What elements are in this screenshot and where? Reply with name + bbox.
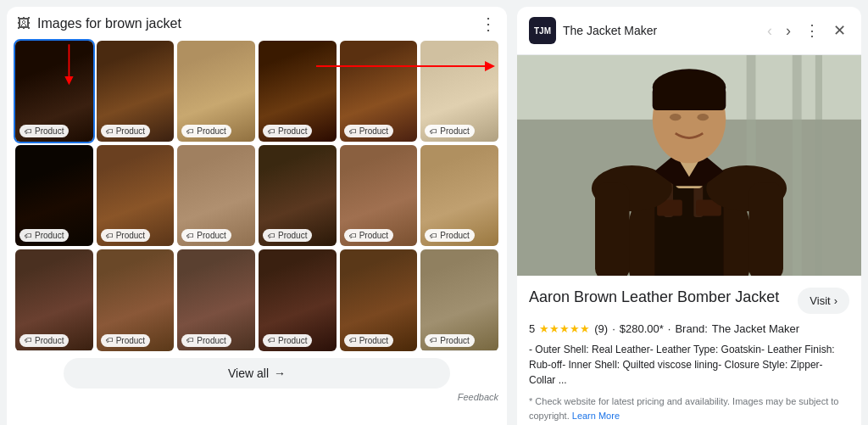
close-button[interactable]: ✕ xyxy=(830,18,849,43)
product-badge-2: 🏷Product xyxy=(101,125,150,137)
price: $280.00* xyxy=(620,322,664,335)
image-search-icon: 🖼 xyxy=(17,16,31,31)
more-options-icon[interactable]: ⋮ xyxy=(480,15,497,32)
feedback-text[interactable]: Feedback xyxy=(15,392,498,402)
product-badge-3: 🏷Product xyxy=(181,125,231,137)
image-cell-10[interactable]: 🏷Product xyxy=(259,145,337,246)
image-grid: 🏷Product🏷Product🏷Product🏷Product🏷Product… xyxy=(15,41,498,351)
image-cell-14[interactable]: 🏷Product xyxy=(97,249,175,350)
tag-icon: 🏷 xyxy=(268,336,275,344)
site-avatar: TJM xyxy=(529,17,556,44)
product-badge-14: 🏷Product xyxy=(101,334,150,347)
image-cell-3[interactable]: 🏷Product xyxy=(177,41,255,142)
product-badge-16: 🏷Product xyxy=(263,334,312,347)
product-badge-18: 🏷Product xyxy=(425,334,474,347)
image-cell-4[interactable]: 🏷Product xyxy=(259,41,337,142)
site-name: The Jacket Maker xyxy=(563,24,757,37)
arrow-icon: → xyxy=(274,366,286,380)
prev-button[interactable]: ‹ xyxy=(764,20,776,42)
view-all-button[interactable]: View all → xyxy=(64,358,450,389)
brand-name: The Jacket Maker xyxy=(712,322,799,335)
svg-point-23 xyxy=(697,114,709,120)
brand-label: Brand: xyxy=(675,322,707,335)
image-cell-8[interactable]: 🏷Product xyxy=(97,145,175,246)
image-cell-16[interactable]: 🏷Product xyxy=(259,249,337,350)
more-options-button[interactable]: ⋮ xyxy=(801,20,823,42)
product-badge-11: 🏷Product xyxy=(344,229,393,242)
image-cell-2[interactable]: 🏷Product xyxy=(97,41,175,142)
tag-icon: 🏷 xyxy=(430,127,437,136)
image-cell-18[interactable]: 🏷Product xyxy=(420,249,498,350)
tag-icon: 🏷 xyxy=(186,232,194,240)
rating-row: 5 ★★★★★ (9) · $280.00* · Brand: The Jack… xyxy=(529,322,849,335)
product-badge-8: 🏷Product xyxy=(101,229,150,242)
image-cell-5[interactable]: 🏷Product xyxy=(340,41,418,142)
site-header: TJM The Jacket Maker ‹ › ⋮ ✕ xyxy=(517,7,861,55)
visit-arrow-icon: › xyxy=(834,294,837,307)
svg-point-22 xyxy=(670,114,682,120)
visit-button[interactable]: Visit › xyxy=(798,288,849,314)
product-badge-15: 🏷Product xyxy=(181,334,231,347)
tag-icon: 🏷 xyxy=(268,127,275,136)
visit-label: Visit xyxy=(810,294,830,307)
tag-icon: 🏷 xyxy=(349,127,357,136)
view-all-label: View all xyxy=(228,366,269,380)
product-badge-13: 🏷Product xyxy=(19,334,69,347)
separator: · xyxy=(612,322,615,335)
tag-icon: 🏷 xyxy=(25,336,32,344)
product-photo xyxy=(517,55,861,276)
product-badge-6: 🏷Product xyxy=(425,125,474,137)
svg-rect-7 xyxy=(815,55,822,276)
image-cell-6[interactable]: 🏷Product xyxy=(420,41,498,142)
product-badge-4: 🏷Product xyxy=(263,125,312,137)
product-badge-12: 🏷Product xyxy=(425,229,474,242)
tag-icon: 🏷 xyxy=(430,336,437,344)
product-badge-9: 🏷Product xyxy=(181,229,231,242)
image-cell-11[interactable]: 🏷Product xyxy=(340,145,418,246)
svg-rect-17 xyxy=(748,182,783,276)
product-badge-7: 🏷Product xyxy=(19,229,69,242)
images-title: Images for brown jacket xyxy=(37,16,473,31)
tag-icon: 🏷 xyxy=(186,336,194,344)
image-cell-13[interactable]: 🏷Product xyxy=(15,249,93,350)
tag-icon: 🏷 xyxy=(106,232,114,240)
image-cell-17[interactable]: 🏷Product xyxy=(340,249,418,350)
image-cell-1[interactable]: 🏷Product xyxy=(15,41,93,142)
stars: ★★★★★ xyxy=(539,322,590,335)
product-image xyxy=(517,55,861,276)
svg-rect-6 xyxy=(793,55,802,276)
review-count: (9) xyxy=(594,322,608,335)
rating-number: 5 xyxy=(529,322,535,335)
product-badge-5: 🏷Product xyxy=(344,125,393,137)
image-cell-7[interactable]: 🏷Product xyxy=(15,145,93,246)
product-badge-10: 🏷Product xyxy=(263,229,312,242)
separator2: · xyxy=(668,322,671,335)
learn-more-link[interactable]: Learn More xyxy=(572,411,620,421)
tag-icon: 🏷 xyxy=(349,232,357,240)
right-panel: TJM The Jacket Maker ‹ › ⋮ ✕ xyxy=(517,7,861,425)
left-panel: 🖼 Images for brown jacket ⋮ 🏷Product🏷Pro… xyxy=(7,7,507,425)
svg-rect-21 xyxy=(653,87,726,110)
tag-icon: 🏷 xyxy=(106,336,114,344)
images-header: 🖼 Images for brown jacket ⋮ xyxy=(15,15,498,32)
product-badge-1: 🏷Product xyxy=(19,125,69,137)
product-svg xyxy=(517,55,861,276)
image-cell-15[interactable]: 🏷Product xyxy=(177,249,255,350)
product-badge-17: 🏷Product xyxy=(344,334,393,347)
view-all-row: View all → xyxy=(15,358,498,389)
tag-icon: 🏷 xyxy=(25,127,32,136)
next-button[interactable]: › xyxy=(782,20,794,42)
tag-icon: 🏷 xyxy=(430,232,437,240)
tag-icon: 🏷 xyxy=(268,232,275,240)
tag-icon: 🏷 xyxy=(25,232,32,240)
tag-icon: 🏷 xyxy=(106,127,114,136)
product-title: Aaron Brown Leather Bomber Jacket xyxy=(529,288,781,307)
svg-rect-16 xyxy=(595,182,630,276)
product-details: Aaron Brown Leather Bomber Jacket Visit … xyxy=(517,276,861,425)
image-cell-9[interactable]: 🏷Product xyxy=(177,145,255,246)
disclaimer-text: * Check website for latest pricing and a… xyxy=(529,394,849,422)
tag-icon: 🏷 xyxy=(349,336,357,344)
tag-icon: 🏷 xyxy=(186,127,194,136)
product-description: - Outer Shell: Real Leather- Leather Typ… xyxy=(529,342,849,388)
image-cell-12[interactable]: 🏷Product xyxy=(420,145,498,246)
